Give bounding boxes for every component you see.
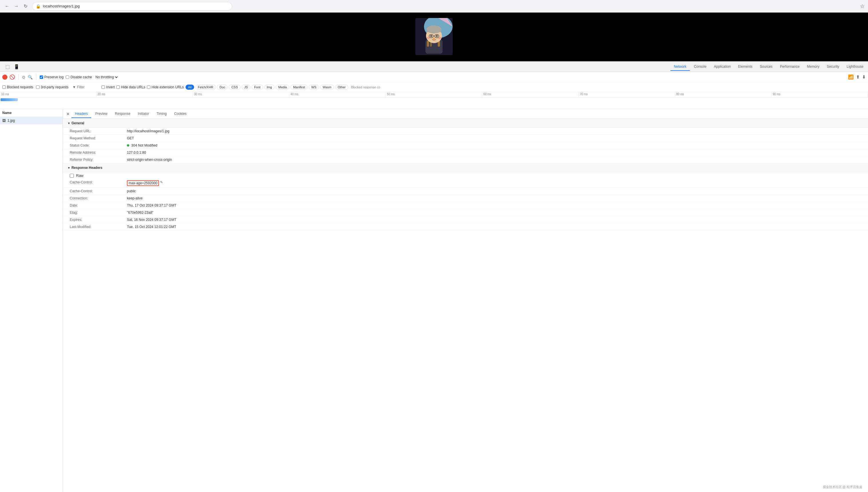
browser-chrome: ← → ↻ 🔒 localhost/images/1.jpg ☆: [0, 0, 868, 13]
tab-lighthouse[interactable]: Lighthouse: [843, 63, 867, 71]
date-label: Date:: [70, 203, 127, 207]
bookmark-button[interactable]: ☆: [860, 3, 865, 9]
hide-ext-urls-text: Hide extension URLs: [151, 85, 184, 89]
status-text: 304 Not Modified: [131, 143, 157, 147]
preserve-log-checkbox[interactable]: [40, 75, 43, 79]
detail-tab-cookies[interactable]: Cookies: [171, 110, 190, 118]
reload-button[interactable]: ↻: [22, 3, 29, 10]
timeline-bar: [1, 98, 18, 101]
raw-row: Raw: [63, 172, 868, 179]
detail-tab-preview[interactable]: Preview: [92, 110, 111, 118]
detail-tab-initiator[interactable]: Initiator: [134, 110, 153, 118]
tab-security[interactable]: Security: [823, 63, 843, 71]
close-detail-button[interactable]: ✕: [65, 111, 71, 117]
preserve-log-checkbox-label[interactable]: Preserve log: [40, 75, 64, 79]
tab-console[interactable]: Console: [690, 63, 710, 71]
disable-cache-checkbox[interactable]: [66, 75, 69, 79]
blocked-requests-checkbox[interactable]: [2, 85, 6, 89]
response-headers-arrow-icon: ▼: [68, 166, 70, 169]
general-section-header[interactable]: ▼ General: [63, 119, 868, 128]
filter-btn-all[interactable]: All: [186, 84, 194, 90]
etag-value: "670e5992-23a8": [127, 211, 154, 215]
filter-btn-js[interactable]: JS: [241, 84, 251, 90]
etag-label: Etag:: [70, 211, 127, 215]
blocked-requests-label[interactable]: Blocked requests: [2, 85, 33, 89]
svg-point-13: [430, 35, 432, 37]
nav-buttons: ← → ↻: [3, 3, 29, 10]
search-icon-button[interactable]: 🔍: [28, 75, 32, 79]
hide-data-urls-label[interactable]: Hide data URLs: [116, 85, 145, 89]
invert-text: Invert: [106, 85, 115, 89]
hide-data-urls-checkbox[interactable]: [116, 85, 120, 89]
toolbar-separator-1: [18, 74, 19, 80]
network-actions: 📶 ⬆ ⬇: [848, 74, 866, 80]
back-button[interactable]: ←: [3, 3, 11, 10]
tab-elements[interactable]: Elements: [735, 63, 756, 71]
third-party-checkbox[interactable]: [36, 85, 40, 89]
ruler-tick-4: 40 ms: [289, 92, 386, 97]
invert-checkbox[interactable]: [101, 85, 105, 89]
address-bar[interactable]: 🔒 localhost/images/1.jpg: [32, 2, 232, 10]
date-value: Thu, 17 Oct 2024 09:37:17 GMT: [127, 203, 177, 207]
filter-btn-fetch[interactable]: Fetch/XHR: [195, 84, 216, 90]
filter-input[interactable]: [77, 85, 100, 89]
filter-btn-media[interactable]: Media: [276, 84, 289, 90]
ruler-tick-2: 20 ms: [96, 92, 193, 97]
clear-button[interactable]: 🚫: [10, 75, 15, 80]
hide-data-urls-text: Hide data URLs: [121, 85, 145, 89]
raw-checkbox[interactable]: [70, 174, 74, 178]
response-row-etag: Etag: "670e5992-23a8": [63, 209, 868, 216]
upload-button[interactable]: ⬆: [856, 74, 860, 80]
remote-address-label: Remote Address:: [70, 151, 127, 154]
detail-panel: ✕ Headers Preview Response Initiator Tim…: [63, 109, 868, 492]
general-row-url: Request URL: http://localhost/images/1.j…: [63, 128, 868, 135]
lock-icon: 🔒: [36, 4, 41, 8]
timeline-area: 10 ms 20 ms 30 ms 40 ms 50 ms 60 ms 70 m…: [0, 92, 868, 109]
detail-tab-timing[interactable]: Timing: [153, 110, 170, 118]
ruler-tick-9: 90 ms: [772, 92, 868, 97]
filter-btn-css[interactable]: CSS: [229, 84, 240, 90]
filter-btn-doc[interactable]: Doc: [217, 84, 228, 90]
device-icon[interactable]: 📱: [13, 63, 21, 71]
expires-label: Expires:: [70, 218, 127, 222]
disable-cache-checkbox-label[interactable]: Disable cache: [66, 75, 92, 79]
tab-application[interactable]: Application: [710, 63, 734, 71]
svg-rect-4: [427, 41, 429, 47]
invert-label[interactable]: Invert: [101, 85, 115, 89]
timeline-ruler: 10 ms 20 ms 30 ms 40 ms 50 ms 60 ms 70 m…: [0, 92, 868, 98]
detail-tab-response[interactable]: Response: [112, 110, 134, 118]
inspect-icon[interactable]: ⬚: [3, 63, 11, 71]
filter-btn-img[interactable]: Img: [264, 84, 275, 90]
filter-btn-wasm[interactable]: Wasm: [320, 84, 334, 90]
record-button[interactable]: [2, 75, 7, 80]
filter-btn-ws[interactable]: WS: [309, 84, 319, 90]
filter-checkboxes: Blocked requests 3rd-party requests: [2, 85, 68, 89]
tab-sources[interactable]: Sources: [756, 63, 776, 71]
wifi-icon-button[interactable]: 📶: [848, 74, 854, 80]
filter-btn-manifest[interactable]: Manifest: [290, 84, 308, 90]
hide-ext-urls-checkbox[interactable]: [147, 85, 150, 89]
connection-value: keep-alive: [127, 196, 143, 200]
request-url-value: http://localhost/images/1.jpg: [127, 129, 169, 133]
filter-btn-font[interactable]: Font: [252, 84, 263, 90]
tab-memory[interactable]: Memory: [804, 63, 823, 71]
throttle-select[interactable]: No throttling: [94, 75, 119, 79]
page-content: [0, 13, 868, 61]
third-party-label[interactable]: 3rd-party requests: [36, 85, 68, 89]
filter-icon-button[interactable]: ⊙: [22, 75, 25, 79]
devtools: ⬚ 📱 Network Console Application Elements…: [0, 61, 868, 492]
detail-tab-headers[interactable]: Headers: [71, 110, 91, 118]
tab-performance[interactable]: Performance: [776, 63, 803, 71]
disable-cache-label: Disable cache: [70, 75, 92, 79]
forward-button[interactable]: →: [13, 3, 20, 10]
blocked-response-label: Blocked response co: [351, 85, 380, 89]
response-headers-section[interactable]: ▼ Response Headers: [63, 164, 868, 172]
name-item-1jpg[interactable]: 🖼 1.jpg: [0, 117, 63, 124]
general-row-referrer: Referrer Policy: strict-origin-when-cros…: [63, 156, 868, 164]
filter-btn-other[interactable]: Other: [335, 84, 348, 90]
request-method-label: Request Method:: [70, 136, 127, 140]
hide-ext-urls-label[interactable]: Hide extension URLs: [147, 85, 184, 89]
tab-network[interactable]: Network: [671, 63, 690, 71]
edit-icon[interactable]: ✎: [160, 180, 163, 186]
download-button[interactable]: ⬇: [862, 74, 866, 80]
